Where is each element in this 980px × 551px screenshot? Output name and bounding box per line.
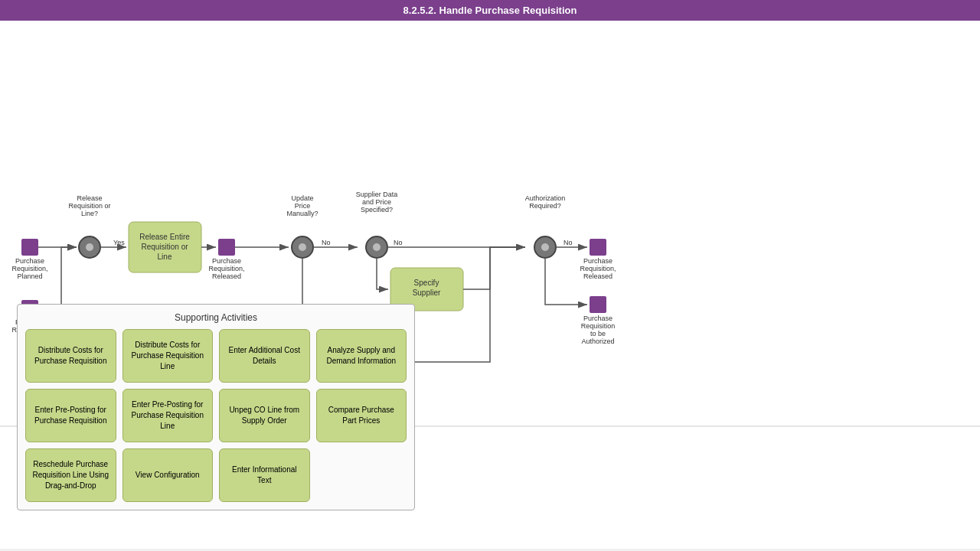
svg-text:Requisition: Requisition: [581, 322, 616, 330]
svg-point-50: [534, 236, 556, 258]
svg-text:Requisition or: Requisition or: [68, 202, 110, 210]
activity-enter-info[interactable]: Enter Informational Text: [219, 448, 310, 502]
activity-unpeg-co[interactable]: Unpeg CO Line from Supply Order: [219, 389, 310, 442]
svg-text:No: No: [564, 239, 573, 246]
svg-point-51: [541, 243, 549, 251]
svg-text:Purchase: Purchase: [583, 257, 612, 265]
activity-compare-prices[interactable]: Compare Purchase Part Prices: [316, 389, 407, 442]
activity-distribute-costs-req[interactable]: Distribute Costs for Purchase Requisitio…: [25, 329, 116, 383]
activity-enter-pre-posting-line[interactable]: Enter Pre-Posting for Purchase Requisiti…: [122, 389, 214, 442]
svg-text:Release: Release: [77, 194, 102, 202]
page-title: 8.2.5.2. Handle Purchase Requisition: [403, 5, 577, 16]
svg-text:Requisition,: Requisition,: [580, 265, 616, 272]
activity-view-config[interactable]: View Configuration: [122, 448, 214, 502]
supporting-grid: Distribute Costs for Purchase Requisitio…: [25, 329, 407, 502]
svg-text:Supplier Data: Supplier Data: [356, 191, 398, 198]
supporting-activities-box: Supporting Activities Distribute Costs f…: [17, 304, 415, 510]
svg-text:Requisition,: Requisition,: [208, 265, 244, 272]
svg-point-14: [86, 243, 93, 251]
svg-text:Authorization: Authorization: [525, 194, 566, 202]
svg-rect-58: [590, 296, 606, 313]
main-content: Purchase Requisition, Planned Purchase R…: [0, 21, 980, 549]
svg-point-38: [366, 236, 387, 258]
svg-text:Update: Update: [291, 194, 313, 202]
svg-text:Requisition or: Requisition or: [141, 243, 188, 251]
svg-text:Authorized: Authorized: [581, 337, 614, 345]
svg-text:Line?: Line?: [81, 210, 98, 217]
svg-point-31: [292, 236, 313, 258]
svg-text:Specify: Specify: [414, 279, 439, 287]
activity-enter-additional[interactable]: Enter Additional Cost Details: [219, 329, 310, 383]
svg-text:Purchase: Purchase: [15, 257, 44, 265]
svg-text:Manually?: Manually?: [286, 210, 318, 217]
svg-text:Purchase: Purchase: [212, 257, 241, 265]
svg-text:Planned: Planned: [17, 272, 42, 280]
svg-rect-22: [218, 239, 235, 256]
activity-distribute-costs-line[interactable]: Distribute Costs for Purchase Requisitio…: [122, 329, 214, 383]
supporting-title: Supporting Activities: [25, 312, 407, 323]
svg-text:Required?: Required?: [529, 202, 561, 210]
activity-enter-pre-posting-req[interactable]: Enter Pre-Posting for Purchase Requisiti…: [25, 389, 116, 442]
svg-rect-53: [590, 239, 606, 256]
svg-text:to be: to be: [590, 330, 606, 337]
svg-text:Requisition,: Requisition,: [11, 265, 47, 272]
svg-point-32: [299, 243, 306, 251]
svg-text:No: No: [394, 239, 403, 246]
svg-text:Released: Released: [212, 272, 241, 280]
title-bar: 8.2.5.2. Handle Purchase Requisition: [0, 0, 980, 21]
svg-rect-17: [129, 222, 201, 272]
svg-text:Release Entire: Release Entire: [139, 233, 190, 241]
svg-text:No: No: [322, 239, 331, 246]
svg-text:Yes: Yes: [113, 239, 125, 246]
svg-text:Specified?: Specified?: [361, 206, 393, 214]
svg-point-39: [373, 243, 381, 251]
activity-analyze-supply[interactable]: Analyze Supply and Demand Information: [316, 329, 407, 383]
svg-text:Purchase: Purchase: [583, 315, 612, 322]
svg-rect-1: [21, 239, 38, 256]
svg-text:and Price: and Price: [362, 198, 391, 206]
svg-text:Supplier: Supplier: [413, 289, 441, 297]
svg-point-13: [79, 236, 100, 258]
activity-reschedule[interactable]: Reschedule Purchase Requisition Line Usi…: [25, 448, 116, 502]
svg-text:Line: Line: [158, 253, 172, 261]
svg-text:Price: Price: [295, 202, 311, 210]
svg-text:Released: Released: [583, 272, 612, 280]
